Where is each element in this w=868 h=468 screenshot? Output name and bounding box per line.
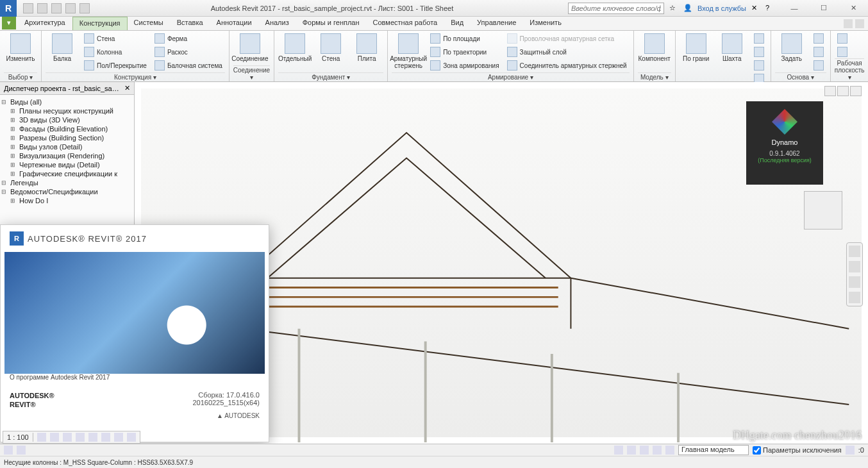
ribbon-button[interactable]: Изменить	[4, 32, 37, 63]
subscription-icon[interactable]: ☆	[669, 4, 678, 13]
tab-управление[interactable]: Управление	[471, 17, 523, 30]
ribbon-icon-button[interactable]	[811, 32, 826, 45]
ribbon-small-button[interactable]: Соединитель арматурных стержней	[505, 59, 630, 72]
ribbon-small-button[interactable]: Раскос	[152, 46, 225, 58]
ribbon-button[interactable]: Задать	[775, 32, 808, 63]
tree-item[interactable]: How Do I	[1, 196, 133, 205]
ribbon-panel-caption[interactable]: Армирование ▾	[392, 72, 630, 81]
ribbon-icon-button[interactable]	[751, 46, 767, 58]
ribbon-button[interactable]: Стена	[314, 32, 347, 63]
qat-open-icon[interactable]	[23, 3, 33, 13]
ribbon-panel-caption[interactable]: Модель ▾	[638, 72, 671, 81]
view-min-icon[interactable]	[824, 86, 836, 96]
qat-redo-icon[interactable]	[65, 3, 76, 13]
ribbon-panel-caption[interactable]: Фундамент ▾	[278, 72, 383, 81]
view-close-icon[interactable]	[850, 86, 862, 96]
tab-системы[interactable]: Системы	[128, 17, 171, 30]
app-logo[interactable]: R	[0, 0, 17, 17]
ribbon-small-button[interactable]: Колонна	[81, 46, 149, 58]
ribbon-panel-caption[interactable]: Рабочая плоскость ▾	[835, 58, 865, 81]
ribbon-small-button[interactable]: Ферма	[152, 32, 225, 45]
ribbon-icon-button[interactable]	[751, 32, 767, 45]
select-face-icon[interactable]	[653, 446, 662, 455]
mini-icon[interactable]	[844, 19, 853, 28]
sun-path-icon[interactable]	[63, 433, 72, 442]
exclude-options-checkbox[interactable]: Параметры исключения	[753, 446, 842, 455]
qat-undo-icon[interactable]	[51, 3, 62, 13]
tree-item[interactable]: Разрезы (Building Section)	[1, 133, 133, 142]
tab-аннотации[interactable]: Аннотации	[210, 17, 259, 30]
ribbon-panel-caption[interactable]: Выбор ▾	[4, 72, 37, 81]
ribbon-small-button[interactable]: Защитный слой	[505, 46, 630, 58]
crop-icon[interactable]	[88, 433, 97, 442]
crop-region-icon[interactable]	[101, 433, 110, 442]
tree-item[interactable]: Фасады (Building Elevation)	[1, 124, 133, 133]
tab-изменить[interactable]: Изменить	[523, 17, 569, 30]
ribbon-icon-button[interactable]	[835, 46, 850, 58]
ribbon-button[interactable]: Компонент	[638, 32, 671, 63]
pan-icon[interactable]	[849, 261, 860, 272]
tab-совместная работа[interactable]: Совместная работа	[367, 17, 445, 30]
mini-icon[interactable]	[855, 19, 864, 28]
search-input[interactable]	[568, 3, 664, 14]
close-button[interactable]: ✕	[839, 0, 868, 17]
worksets-icon[interactable]	[4, 446, 13, 455]
user-icon[interactable]: 👤	[683, 4, 692, 13]
tab-формы и генплан[interactable]: Формы и генплан	[296, 17, 367, 30]
view-cube[interactable]	[804, 191, 842, 230]
tree-item[interactable]: Чертежные виды (Detail)	[1, 160, 133, 169]
ribbon-panel-caption[interactable]: Основа ▾	[775, 72, 826, 81]
tree-item[interactable]: Виды (all)	[1, 97, 133, 106]
ribbon-icon-button[interactable]	[835, 32, 850, 45]
tab-конструкция[interactable]: Конструкция	[72, 17, 128, 30]
tree-item[interactable]: Планы несущих конструкций	[1, 106, 133, 115]
filter-icon[interactable]	[846, 446, 855, 455]
visual-style-icon[interactable]	[50, 433, 59, 442]
ribbon-icon-button[interactable]	[751, 59, 767, 72]
steering-wheel-icon[interactable]	[849, 246, 860, 257]
ribbon-small-button[interactable]: Пол/Перекрытие	[81, 59, 149, 72]
hide-isolate-icon[interactable]	[114, 433, 123, 442]
ribbon-small-button[interactable]: Стена	[81, 32, 149, 45]
project-browser-header[interactable]: Диспетчер проекта - rst_basic_sa… ✕	[0, 82, 134, 95]
tree-item[interactable]: Виды узлов (Detail)	[1, 142, 133, 151]
ribbon-button[interactable]: Балка	[46, 32, 79, 63]
tab-анализ[interactable]: Анализ	[259, 17, 296, 30]
ribbon-button[interactable]: Соединение	[233, 32, 267, 63]
scale-label[interactable]: 1 : 100	[7, 433, 29, 441]
ribbon-icon-button[interactable]	[811, 46, 826, 58]
ribbon-small-button[interactable]: Балочная система	[152, 59, 225, 72]
reveal-icon[interactable]	[127, 433, 136, 442]
tree-item[interactable]: Ведомости/Спецификации	[1, 187, 133, 196]
tree-item[interactable]: 3D виды (3D View)	[1, 115, 133, 124]
ribbon-small-button[interactable]: По траектории	[428, 46, 501, 58]
select-underlay-icon[interactable]	[627, 446, 636, 455]
tree-item[interactable]: Графические спецификации к	[1, 169, 133, 178]
orbit-icon[interactable]	[849, 292, 860, 303]
ribbon-panel-caption[interactable]: Соединение ▾	[233, 65, 270, 81]
qat-print-icon[interactable]	[79, 3, 90, 13]
maximize-button[interactable]: ☐	[809, 0, 839, 17]
ribbon-button[interactable]: Плита	[350, 32, 383, 63]
close-icon[interactable]: ✕	[124, 84, 130, 92]
shadows-icon[interactable]	[76, 433, 85, 442]
ribbon-panel-caption[interactable]: Конструкция ▾	[46, 72, 225, 81]
detail-level-icon[interactable]	[37, 433, 46, 442]
sign-in-link[interactable]: Вход в службы	[697, 4, 746, 12]
tree-item[interactable]: Визуализация (Rendering)	[1, 151, 133, 160]
tree-item[interactable]: Легенды	[1, 178, 133, 187]
ribbon-small-button[interactable]: По площади	[428, 32, 501, 45]
qat-save-icon[interactable]	[37, 3, 47, 13]
ribbon-button[interactable]: Отдельный	[278, 32, 312, 63]
select-pinned-icon[interactable]	[640, 446, 649, 455]
drag-elements-icon[interactable]	[665, 446, 674, 455]
tab-архитектура[interactable]: Архитектура	[18, 17, 72, 30]
help-icon[interactable]: ?	[765, 4, 774, 13]
ribbon-icon-button[interactable]	[811, 59, 826, 72]
editable-icon[interactable]	[17, 446, 26, 455]
exchange-icon[interactable]: ✕	[751, 4, 760, 13]
dynamo-panel[interactable]: Dynamo 0.9.1.4062 (Последняя версия)	[746, 101, 823, 185]
view-max-icon[interactable]	[837, 86, 849, 96]
design-options-combo[interactable]: Главная модель	[678, 445, 749, 455]
ribbon-button[interactable]: По грани	[680, 32, 713, 63]
